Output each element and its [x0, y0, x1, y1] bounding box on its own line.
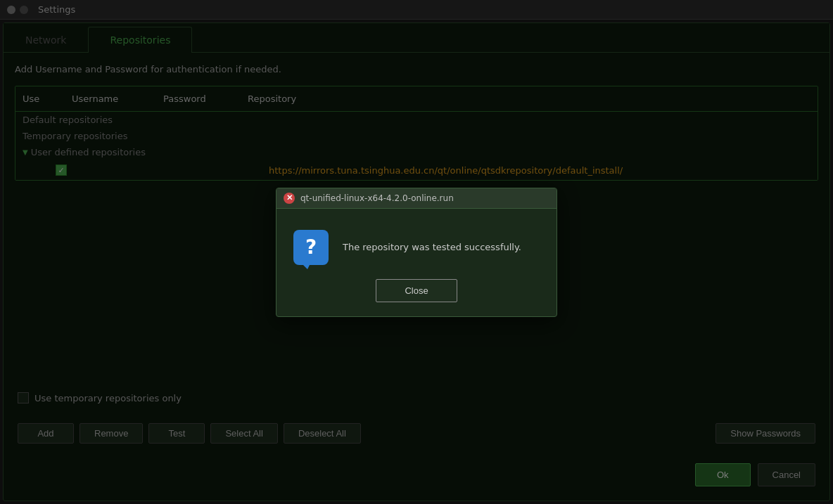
modal-body: ? The repository was tested successfully…	[276, 209, 557, 279]
modal-close-button[interactable]: Close	[376, 279, 457, 302]
modal-overlay: ✕ qt-unified-linux-x64-4.2.0-online.run …	[0, 0, 833, 504]
modal-question-icon: ?	[293, 230, 329, 265]
modal-dialog: ✕ qt-unified-linux-x64-4.2.0-online.run …	[276, 188, 557, 317]
modal-titlebar: ✕ qt-unified-linux-x64-4.2.0-online.run	[276, 188, 557, 209]
modal-close-icon-button[interactable]: ✕	[284, 193, 295, 204]
modal-footer: Close	[276, 279, 557, 316]
modal-title: qt-unified-linux-x64-4.2.0-online.run	[300, 193, 549, 203]
modal-message: The repository was tested successfully.	[343, 242, 521, 252]
modal-content-row: ? The repository was tested successfully…	[293, 230, 540, 265]
